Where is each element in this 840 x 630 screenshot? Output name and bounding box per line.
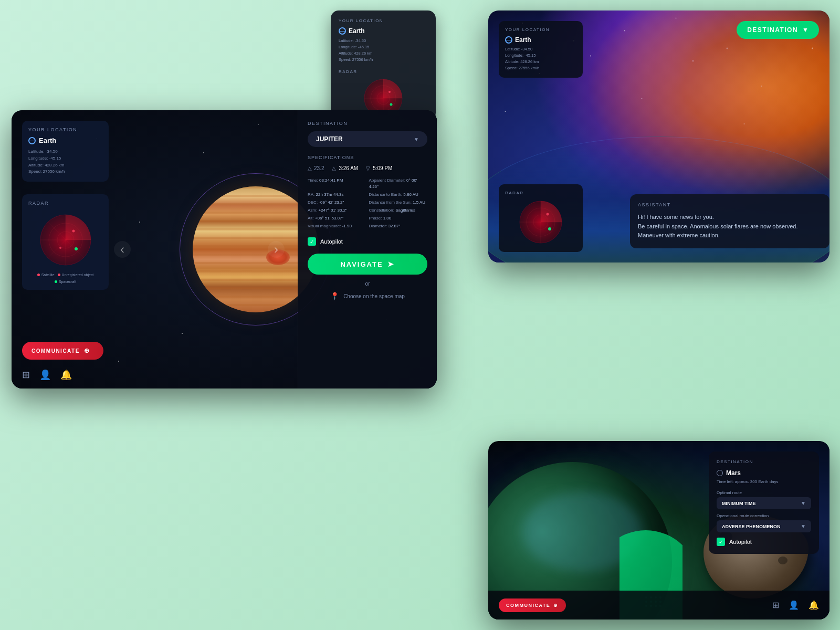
spec-time: Time: 03:24:41 PM xyxy=(308,177,366,190)
correction-label: Operational route correction xyxy=(717,513,811,518)
nav-arrow-right[interactable]: › xyxy=(268,241,285,258)
spec-azm-value: +247° 01' 30.2" xyxy=(318,208,347,213)
radar-svg xyxy=(37,211,94,269)
svg-point-38 xyxy=(548,227,551,230)
autopilot-checkbox[interactable] xyxy=(308,237,316,246)
svg-point-9 xyxy=(59,247,61,249)
longitude-value: Longitude: -45.15 xyxy=(28,155,102,162)
svg-point-10 xyxy=(75,247,78,250)
bottom-person-icon[interactable]: 👤 xyxy=(789,600,799,610)
mars-planet-name: Mars xyxy=(726,469,741,477)
bottom-communicate-icon: ⊕ xyxy=(553,603,559,608)
photo-radar-overlay: RADAR xyxy=(499,184,583,252)
destination-badge-arrow-icon: ▼ xyxy=(802,26,808,34)
spec-dec: DEC: -09° 42' 23.2" xyxy=(308,200,366,206)
spec-azm: Azm: +247° 01' 30.2" xyxy=(308,207,366,214)
communicate-button[interactable]: COMMUNICATE ⊕ xyxy=(22,342,103,360)
photo-planet-row: Earth xyxy=(505,36,576,44)
optimal-route-label: Optimal route xyxy=(717,490,811,495)
spec-distance-sun-value: 1.5 AU xyxy=(413,200,425,205)
nav-groups-icon[interactable]: ⊞ xyxy=(22,369,30,381)
svg-point-8 xyxy=(72,230,75,233)
mars-autopilot-row: Autopilot xyxy=(717,538,811,546)
communicate-label: COMMUNICATE xyxy=(32,348,80,354)
photo-radar-svg xyxy=(517,198,564,246)
bottom-communicate-button[interactable]: COMMUNICATE ⊕ xyxy=(499,598,566,612)
destination-badge[interactable]: DESTINATION ▼ xyxy=(737,21,819,39)
optimal-route-dropdown[interactable]: MINIMUM TIME ▼ xyxy=(717,497,811,509)
spec-distance-earth: Distance to Earth: 5.86 AU xyxy=(369,192,428,198)
back-altitude: Altitude: 428.26 km xyxy=(339,50,428,57)
communicate-icon: ⊕ xyxy=(84,347,90,354)
svg-point-28 xyxy=(505,111,506,112)
specifications-grid: Time: 03:24:41 PM Apparent Diameter: 0° … xyxy=(308,177,427,229)
nav-person-icon[interactable]: 👤 xyxy=(39,369,51,381)
assistant-panel: ASSISTANT Hi! I have some news for you. … xyxy=(630,194,830,248)
mars-autopilot-checkbox[interactable] xyxy=(717,538,725,546)
bottom-right-panel: DESTINATION Mars Time left: approx. 305 … xyxy=(488,441,830,620)
unregistered-dot xyxy=(58,274,60,276)
spec-visual-mag: Visual magnitude: -1.90 xyxy=(308,223,366,229)
mars-planet-row: Mars xyxy=(717,469,811,477)
location-planet-row: Earth xyxy=(28,136,102,144)
photo-location-data: Latitude: -34.50 Longitude: -45.15 Altit… xyxy=(505,46,576,71)
svg-point-21 xyxy=(676,17,677,18)
assistant-title: ASSISTANT xyxy=(638,202,822,207)
magnitude-indicator: △ 23.2 xyxy=(308,165,324,171)
svg-point-30 xyxy=(642,98,643,99)
legend-unregistered: Unregistered object xyxy=(58,273,94,277)
photo-planet-name: Earth xyxy=(515,36,531,44)
rise-time: △ 3:26 AM xyxy=(332,165,358,171)
bottom-bell-icon[interactable]: 🔔 xyxy=(808,600,819,610)
spec-diameter-value: 32.87" xyxy=(388,224,400,228)
photo-latitude: Latitude: -34.50 xyxy=(505,46,576,52)
mars-time-left: Time left: approx. 305 Earth days xyxy=(717,479,811,484)
svg-point-29 xyxy=(812,48,813,49)
destination-dropdown[interactable]: JUPITER ▼ xyxy=(308,131,427,147)
back-planet-row: Earth xyxy=(339,27,428,35)
radar-section-title: RADAR xyxy=(28,201,102,206)
location-section-title: YOUR LOCATION xyxy=(28,127,102,132)
specifications-title: Specifications xyxy=(308,155,427,160)
route-dropdown-arrow-icon: ▼ xyxy=(801,500,806,506)
satellite-dot xyxy=(37,274,40,276)
photo-location-overlay: YOUR LOCATION Earth Latitude: -34.50 Lon… xyxy=(499,21,583,78)
correction-option: ADVERSE PHENOMENON xyxy=(722,524,781,529)
autopilot-row: Autopilot xyxy=(308,237,427,246)
destination-badge-text: DESTINATION xyxy=(747,26,798,34)
navigate-button[interactable]: NAVIGATE ➤ xyxy=(308,254,427,275)
unregistered-label: Unregistered object xyxy=(62,273,94,277)
legend-spacecraft: Spacecraft xyxy=(55,280,76,284)
spacecraft-label: Spacecraft xyxy=(59,280,76,284)
svg-point-27 xyxy=(761,86,762,87)
photo-altitude: Altitude: 428.26 km xyxy=(505,59,576,65)
correction-dropdown[interactable]: ADVERSE PHENOMENON ▼ xyxy=(717,520,811,532)
space-map-option[interactable]: 📍 Choose on the space map xyxy=(308,292,427,300)
set-icon: ▽ xyxy=(366,165,370,171)
photo-globe-icon xyxy=(505,36,512,44)
spec-phase-value: 1.00 xyxy=(383,216,392,220)
spec-ra: RA: 22h 37m 44.3s xyxy=(308,192,366,198)
location-box: YOUR LOCATION Earth Latitude: -34.50 Lon… xyxy=(22,121,109,182)
spec-constellation-value: Sagittarius xyxy=(395,208,415,213)
nav-bell-icon[interactable]: 🔔 xyxy=(60,369,72,381)
svg-point-20 xyxy=(624,30,625,31)
spec-alt-value: +06° 51' 53.07" xyxy=(315,216,344,220)
spec-diameter: Diameter: 32.87" xyxy=(369,223,428,229)
photo-radar-display xyxy=(517,198,564,246)
optimal-route-section: Optimal route MINIMUM TIME ▼ xyxy=(717,490,811,509)
magnitude-value: 23.2 xyxy=(314,165,324,171)
back-latitude: Latitude: -34.50 xyxy=(339,38,428,44)
nav-arrow-left[interactable]: ‹ xyxy=(114,241,131,258)
satellite-label: Satellite xyxy=(41,273,55,277)
set-time: ▽ 5:09 PM xyxy=(366,165,392,171)
bottom-groups-icon[interactable]: ⊞ xyxy=(772,600,779,610)
back-planet-name: Earth xyxy=(349,27,365,35)
spec-distance-earth-value: 5.86 AU xyxy=(403,192,418,197)
map-option-text: Choose on the space map xyxy=(343,293,405,299)
mars-destination-overlay: DESTINATION Mars Time left: approx. 305 … xyxy=(709,452,819,554)
spec-alt: Alt: +06° 51' 53.07" xyxy=(308,215,366,222)
optimal-route-option: MINIMUM TIME xyxy=(722,501,756,506)
destination-panel: DESTINATION JUPITER ▼ Specifications △ 2… xyxy=(298,110,437,388)
back-location-data: Latitude: -34.50 Longitude: -45.15 Altit… xyxy=(339,38,428,63)
